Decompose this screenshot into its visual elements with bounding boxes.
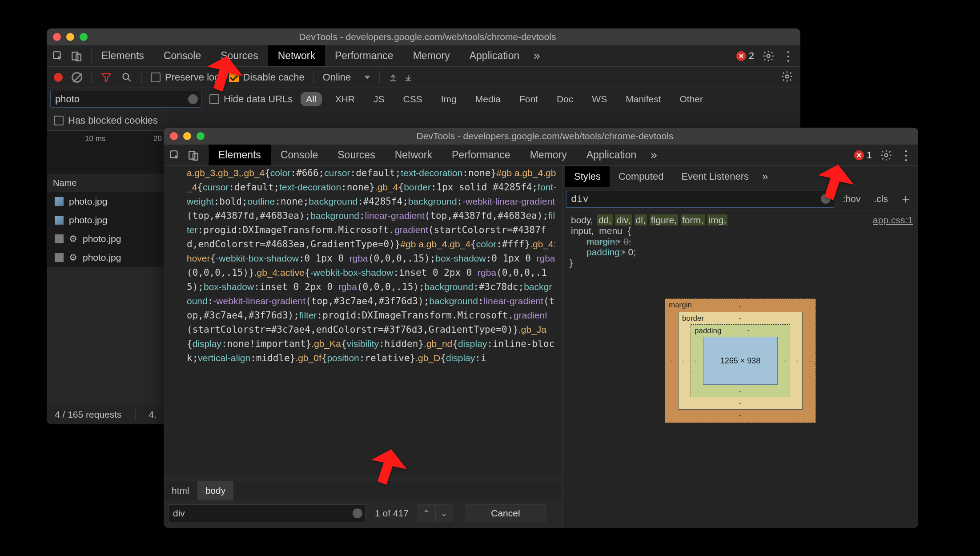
filter-type-xhr[interactable]: XHR bbox=[330, 92, 360, 106]
filter-type-css[interactable]: CSS bbox=[398, 92, 428, 106]
filter-type-all[interactable]: All bbox=[301, 92, 321, 106]
inspect-icon[interactable] bbox=[169, 149, 181, 161]
error-badge[interactable]: 1 bbox=[854, 149, 872, 161]
filter-bar: Hide data URLs All XHR JS CSS Img Media … bbox=[47, 88, 800, 110]
svg-point-5 bbox=[786, 75, 789, 78]
box-model-content[interactable]: 1265 × 938 bbox=[703, 337, 778, 385]
tab-network[interactable]: Network bbox=[268, 45, 325, 66]
request-name: photo.jpg bbox=[69, 215, 107, 226]
styles-tab-computed[interactable]: Computed bbox=[610, 166, 673, 187]
device-toggle-icon[interactable] bbox=[188, 149, 199, 161]
settings-gear-icon[interactable] bbox=[880, 149, 892, 161]
settings-gear-icon[interactable] bbox=[762, 50, 775, 62]
request-count: 4 / 165 requests bbox=[55, 409, 122, 420]
error-icon bbox=[736, 51, 746, 61]
filter-input[interactable] bbox=[50, 91, 201, 108]
css-rule[interactable]: app.css:1 body, dd, div, dl, figure, for… bbox=[562, 210, 918, 276]
tab-network[interactable]: Network bbox=[385, 145, 442, 165]
network-settings-gear-icon[interactable] bbox=[781, 70, 793, 83]
request-name: photo.jpg bbox=[83, 252, 121, 263]
find-cancel-button[interactable]: Cancel bbox=[466, 504, 546, 522]
rule-source-link[interactable]: app.css:1 bbox=[873, 215, 913, 226]
find-prev-button[interactable]: ⌃ bbox=[418, 504, 435, 522]
device-toggle-icon[interactable] bbox=[71, 50, 82, 62]
tab-performance[interactable]: Performance bbox=[442, 145, 520, 165]
has-blocked-cookies-label: Has blocked cookies bbox=[68, 115, 158, 126]
new-style-rule-button[interactable]: ＋ bbox=[897, 190, 915, 207]
filter-type-img[interactable]: Img bbox=[436, 92, 462, 106]
tab-elements[interactable]: Elements bbox=[92, 45, 154, 66]
css-declaration-padding[interactable]: padding:0; bbox=[570, 247, 911, 258]
inspect-icon[interactable] bbox=[52, 50, 64, 62]
styles-filter-row: :hov .cls ＋ bbox=[562, 187, 918, 210]
filter-type-manifest[interactable]: Manifest bbox=[620, 92, 666, 106]
filter-type-media[interactable]: Media bbox=[470, 92, 506, 106]
tab-application[interactable]: Application bbox=[577, 145, 647, 165]
has-blocked-cookies-checkbox[interactable]: Has blocked cookies bbox=[54, 115, 158, 126]
tab-memory[interactable]: Memory bbox=[403, 45, 460, 66]
find-next-button[interactable]: ⌄ bbox=[435, 504, 453, 522]
kebab-menu-icon[interactable]: ⋯ bbox=[904, 149, 909, 161]
filter-type-other[interactable]: Other bbox=[675, 92, 709, 106]
error-count: 1 bbox=[867, 149, 872, 161]
image-file-icon bbox=[55, 197, 64, 206]
more-styles-tabs-icon[interactable]: » bbox=[758, 170, 772, 183]
clear-button[interactable] bbox=[72, 72, 82, 83]
find-input-wrap bbox=[168, 504, 366, 522]
transfer-size: 4. bbox=[149, 409, 157, 420]
tab-elements[interactable]: Elements bbox=[209, 145, 271, 165]
record-button[interactable] bbox=[54, 73, 63, 82]
styles-tab-event-listeners[interactable]: Event Listeners bbox=[672, 166, 758, 187]
main-tabs: Elements Console Sources Network Perform… bbox=[164, 145, 918, 166]
more-tabs-chevron-icon[interactable]: » bbox=[646, 148, 661, 162]
tab-sources[interactable]: Sources bbox=[328, 145, 385, 165]
tab-application[interactable]: Application bbox=[460, 45, 530, 66]
svg-marker-11 bbox=[371, 449, 407, 485]
breadcrumb-html[interactable]: html bbox=[164, 481, 197, 500]
checkbox-icon bbox=[151, 73, 161, 82]
svg-point-9 bbox=[885, 153, 888, 157]
css-declaration-margin[interactable]: margin:0; bbox=[570, 236, 911, 247]
upload-icon[interactable] bbox=[389, 73, 398, 82]
find-input[interactable] bbox=[168, 504, 366, 522]
svg-point-4 bbox=[123, 73, 129, 79]
more-tabs-chevron-icon[interactable]: » bbox=[529, 49, 544, 63]
tab-console[interactable]: Console bbox=[154, 45, 211, 66]
tab-console[interactable]: Console bbox=[271, 145, 328, 165]
source-code-view[interactable]: a.gb_3.gb_3,.gb_4{color:#666;cursor:defa… bbox=[164, 166, 562, 475]
expand-caret-icon bbox=[618, 239, 621, 244]
main-tabs: Elements Console Sources Network Perform… bbox=[47, 45, 800, 67]
titlebar: DevTools - developers.google.com/web/too… bbox=[164, 128, 918, 145]
svg-rect-7 bbox=[189, 151, 195, 159]
styles-tabs: Styles Computed Event Listeners » bbox=[562, 166, 918, 187]
kebab-menu-icon[interactable]: ⋯ bbox=[787, 50, 791, 62]
filter-type-ws[interactable]: WS bbox=[586, 92, 612, 106]
styles-tab-styles[interactable]: Styles bbox=[565, 166, 610, 187]
annotation-arrow bbox=[814, 165, 854, 206]
filter-type-font[interactable]: Font bbox=[514, 92, 543, 106]
breadcrumb-body[interactable]: body bbox=[197, 481, 234, 500]
throttling-value: Online bbox=[323, 72, 351, 83]
close-window-button[interactable] bbox=[170, 132, 178, 140]
expand-caret-icon bbox=[623, 250, 626, 254]
cls-toggle[interactable]: .cls bbox=[870, 193, 893, 204]
clear-filter-icon[interactable] bbox=[188, 94, 198, 104]
throttling-dropdown[interactable]: Online bbox=[323, 72, 371, 83]
box-model-diagram[interactable]: margin - - - - border - - - - padding - … bbox=[665, 298, 816, 423]
filter-type-doc[interactable]: Doc bbox=[551, 92, 578, 106]
search-icon[interactable] bbox=[121, 72, 133, 83]
filter-funnel-icon[interactable] bbox=[100, 72, 112, 83]
tab-performance[interactable]: Performance bbox=[325, 45, 403, 66]
window-title: DevTools - developers.google.com/web/too… bbox=[61, 32, 794, 42]
caret-down-icon bbox=[364, 76, 370, 79]
close-window-button[interactable] bbox=[53, 33, 61, 41]
annotation-arrow bbox=[367, 449, 407, 491]
filter-type-js[interactable]: JS bbox=[368, 92, 390, 106]
tab-memory[interactable]: Memory bbox=[520, 145, 577, 165]
styles-filter-input[interactable] bbox=[566, 190, 834, 208]
styles-panel: Styles Computed Event Listeners » :hov .… bbox=[562, 166, 918, 528]
checkbox-icon bbox=[54, 116, 64, 125]
error-badge[interactable]: 2 bbox=[736, 50, 754, 62]
download-icon[interactable] bbox=[404, 73, 413, 82]
clear-find-icon[interactable] bbox=[353, 508, 362, 518]
